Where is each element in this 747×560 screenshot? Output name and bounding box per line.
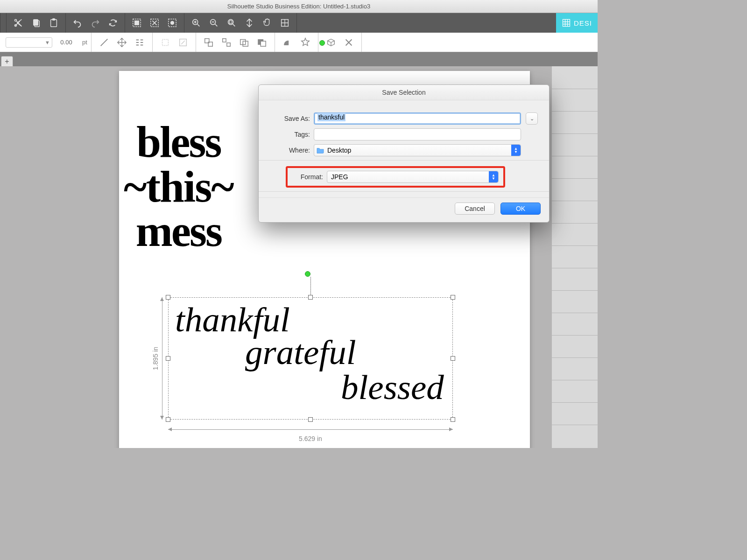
artwork-bless-this-mess: bless ~this~ mess (124, 122, 233, 252)
rotation-handle[interactable] (305, 271, 310, 277)
resize-icon[interactable] (176, 35, 190, 50)
fit-page-icon[interactable] (241, 15, 257, 31)
format-dropdown[interactable]: JPEG ▲▼ (327, 171, 499, 183)
stepper-icon: ▲▼ (489, 171, 498, 182)
main-toolbar: DESI (0, 13, 598, 33)
redo-icon[interactable] (87, 15, 103, 31)
rotation-line (310, 277, 311, 297)
line-style-dropdown[interactable]: ▼ (6, 37, 52, 48)
format-value: JPEG (331, 173, 348, 181)
dialog-title: Save Selection (259, 85, 549, 100)
rotation-handle[interactable] (319, 40, 325, 46)
delete-icon[interactable] (341, 35, 356, 50)
merge-icon[interactable] (237, 35, 252, 50)
script-grateful: grateful (245, 332, 356, 372)
svg-rect-7 (134, 21, 139, 25)
zoom-out-icon[interactable] (206, 15, 222, 31)
line-weight-input[interactable] (52, 37, 80, 48)
right-panel-gutter (552, 66, 598, 448)
svg-rect-14 (229, 21, 232, 23)
3d-icon[interactable] (324, 35, 338, 50)
svg-rect-21 (223, 38, 226, 42)
group-icon[interactable] (201, 35, 216, 50)
where-value: Desktop (327, 147, 351, 154)
cancel-button[interactable]: Cancel (455, 203, 495, 215)
shape-icon[interactable] (280, 35, 295, 50)
document-tab-bar: + (0, 52, 598, 66)
svg-point-10 (170, 21, 174, 24)
svg-rect-16 (563, 20, 570, 27)
subtract-icon[interactable] (254, 35, 269, 50)
handle-se[interactable] (451, 417, 455, 422)
copy-icon[interactable] (28, 15, 44, 31)
script-blessed: blessed (341, 367, 444, 407)
stepper-icon: ▲▼ (511, 145, 521, 156)
line-tool-icon[interactable] (97, 35, 112, 50)
handle-e[interactable] (451, 356, 455, 361)
move-tool-icon[interactable] (114, 35, 129, 50)
saveas-input[interactable]: thanksful (314, 112, 521, 125)
format-highlight: Format: JPEG ▲▼ (286, 166, 505, 188)
handle-n[interactable] (308, 295, 313, 300)
window-title: Silhouette Studio Business Edition: Unti… (0, 0, 598, 13)
unit-label: pt (82, 39, 87, 46)
svg-rect-2 (34, 20, 38, 26)
svg-point-13 (228, 20, 233, 25)
zoom-selection-icon[interactable] (224, 15, 240, 31)
pan-icon[interactable] (259, 15, 275, 31)
design-tab[interactable]: DESI (556, 13, 598, 33)
ok-button[interactable]: OK (500, 203, 541, 215)
svg-point-0 (14, 19, 16, 21)
zoom-drag-icon[interactable] (277, 15, 293, 31)
add-tab-button[interactable]: + (1, 56, 13, 66)
deselect-icon[interactable] (147, 15, 162, 31)
select-color-icon[interactable] (164, 15, 180, 31)
handle-w[interactable] (166, 356, 170, 361)
select-all-icon[interactable] (129, 15, 145, 31)
handle-nw[interactable] (166, 295, 170, 300)
ungroup-icon[interactable] (219, 35, 234, 50)
dimension-height: 1.895 in (152, 297, 159, 420)
svg-rect-26 (261, 41, 266, 46)
where-dropdown[interactable]: Desktop ▲▼ (314, 144, 521, 156)
svg-rect-4 (51, 20, 57, 27)
tags-input[interactable] (314, 128, 521, 140)
dim-arrow-vertical (162, 297, 162, 420)
dim-arrow-horizontal (168, 429, 453, 430)
where-label: Where: (270, 147, 310, 154)
undo-icon[interactable] (70, 15, 85, 31)
design-tab-label: DESI (574, 19, 592, 27)
tags-label: Tags: (270, 131, 310, 138)
svg-rect-22 (227, 42, 230, 46)
handle-s[interactable] (308, 417, 313, 422)
handle-ne[interactable] (451, 295, 455, 300)
expand-button[interactable]: ⌄ (526, 112, 538, 125)
crop-icon[interactable] (158, 35, 173, 50)
recycle-icon[interactable] (105, 15, 121, 31)
paste-icon[interactable] (46, 15, 62, 31)
star-icon[interactable] (298, 35, 313, 50)
dimension-width: 5.629 in (168, 435, 453, 442)
zoom-in-icon[interactable] (188, 15, 204, 31)
secondary-toolbar: ▼ pt (0, 33, 598, 52)
save-dialog: Save Selection Save As: thanksful ⌄ Tags… (258, 84, 550, 223)
handle-sw[interactable] (166, 417, 170, 422)
saveas-label: Save As: (270, 115, 310, 122)
svg-rect-17 (162, 39, 168, 45)
format-label: Format: (292, 173, 323, 181)
cut-icon[interactable] (10, 15, 26, 31)
align-tool-icon[interactable] (132, 35, 147, 50)
svg-rect-5 (52, 19, 55, 21)
